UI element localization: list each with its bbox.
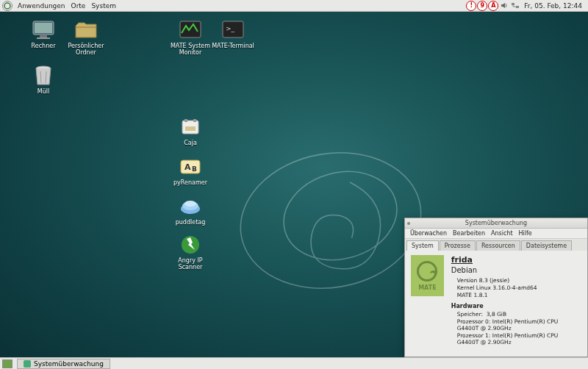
memory-line: Speicher: 3,8 GiB [457,311,581,318]
menu-edit[interactable]: Bearbeiten [451,230,487,237]
hardware-header: Hardware [451,303,581,309]
taskbar-item-system-monitor[interactable]: Systemüberwachung [17,359,110,369]
window-titlebar[interactable]: Systemüberwachung [405,218,587,229]
desktop-icon-label: Müll [37,88,49,95]
desktop-icon-label: Rechner [32,43,56,49]
cpu0-line: Prozessor 0: Intel(R) Pentium(R) CPU G44… [457,318,581,332]
tray-indicator-1-icon[interactable]: ! [466,1,476,11]
tray-indicator-3-icon[interactable]: A [488,1,498,11]
desktop-icon-puddletag[interactable]: puddletag [168,196,213,226]
mate-logo-icon: MATE [411,255,444,296]
desktop-icon-label: MATE-Terminal [212,43,254,49]
wallpaper-swirl [235,125,426,316]
window-title: Systemüberwachung [465,220,527,226]
show-desktop-button[interactable] [2,359,12,368]
desktop-icon-label: Persönlicher Ordner [63,43,109,56]
bottom-panel: Systemüberwachung [0,357,588,369]
svg-rect-7 [40,35,47,37]
svg-rect-3 [512,3,514,5]
main-menu-icon[interactable] [2,1,12,11]
menu-places[interactable]: Orte [68,2,89,10]
desktop-icon-terminal[interactable]: >_ MATE-Terminal [210,19,256,49]
menu-help[interactable]: Hilfe [517,230,534,237]
desktop-icon-pyrenamer[interactable]: AB pyRenamer [168,156,213,186]
svg-rect-16 [184,119,187,122]
task-icon [24,360,31,368]
desktop-icon-label: MATE System Monitor [168,43,213,56]
menu-system[interactable]: System [88,2,119,10]
tab-processes[interactable]: Prozesse [440,240,476,251]
menu-view[interactable]: Ansicht [489,230,515,237]
svg-rect-8 [37,37,50,39]
top-panel: Anwendungen Orte System ! 9 A Fr, 05. Fe… [0,0,588,12]
desktop-icon-trash[interactable]: Müll [21,65,66,95]
tray-indicator-2-icon[interactable]: 9 [477,1,487,11]
svg-point-0 [235,139,426,302]
cpu1-line: Prozessor 1: Intel(R) Pentium(R) CPU G44… [457,332,581,345]
system-tray: ! 9 A Fr, 05. Feb, 12:44 [466,1,588,11]
svg-rect-6 [35,23,52,33]
desktop-icon-computer[interactable]: Rechner [21,19,66,49]
window-tabs: System Prozesse Ressourcen Dateisysteme [405,239,587,251]
tab-system[interactable]: System [406,240,439,251]
menu-monitor[interactable]: Überwachen [408,230,449,237]
desktop-icon-label: Caja [184,140,197,146]
network-icon[interactable] [510,1,520,11]
svg-text:>_: >_ [226,25,235,32]
menu-applications[interactable]: Anwendungen [15,2,68,10]
svg-point-2 [4,3,10,9]
desktop-icon-label: pyRenamer [173,179,207,186]
desktop-icon-label: puddletag [176,219,206,226]
svg-point-1 [274,160,407,272]
window-menubar: Überwachen Bearbeiten Ansicht Hilfe [405,229,587,239]
svg-rect-18 [185,126,196,131]
desktop-icon-label: Angry IP Scanner [168,257,213,271]
hostname: frida [451,255,581,265]
os-name: Debian [451,266,581,274]
svg-rect-17 [193,119,196,122]
desktop-icon-system-monitor[interactable]: MATE System Monitor [168,19,213,56]
tab-resources[interactable]: Ressourcen [476,240,520,251]
window-menu-icon[interactable] [407,222,410,225]
desktop-icon-angryip[interactable]: Angry IP Scanner [168,234,213,271]
desktop-icon-caja[interactable]: Caja [168,116,213,146]
desktop-icon-home[interactable]: Persönlicher Ordner [63,19,109,56]
mate-version: MATE 1.8.1 [457,292,581,298]
system-monitor-window: Systemüberwachung Überwachen Bearbeiten … [404,218,588,357]
os-version: Version 8.3 (jessie) [457,277,581,284]
volume-icon[interactable] [499,1,509,11]
svg-point-24 [184,201,196,207]
tab-filesystems[interactable]: Dateisysteme [521,240,572,251]
mate-logo-label: MATE [418,284,436,291]
window-body: MATE frida Debian Version 8.3 (jessie) K… [405,251,587,351]
kernel-version: Kernel Linux 3.16.0-4-amd64 [457,284,581,291]
svg-text:A: A [184,162,191,172]
clock[interactable]: Fr, 05. Feb, 12:44 [521,2,585,10]
system-info: frida Debian Version 8.3 (jessie) Kernel… [451,255,581,346]
task-label: Systemüberwachung [34,360,104,368]
svg-text:B: B [192,165,197,173]
